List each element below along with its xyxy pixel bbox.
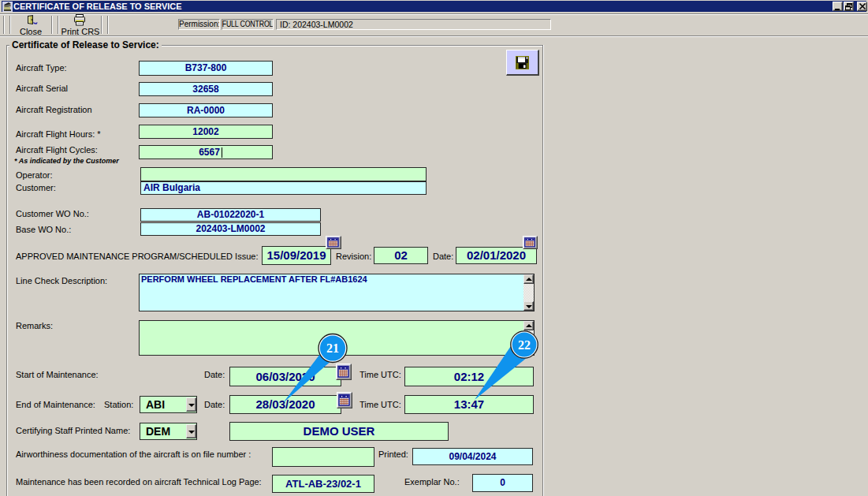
svg-text:21: 21 bbox=[326, 341, 339, 355]
svg-text:22: 22 bbox=[518, 338, 531, 352]
